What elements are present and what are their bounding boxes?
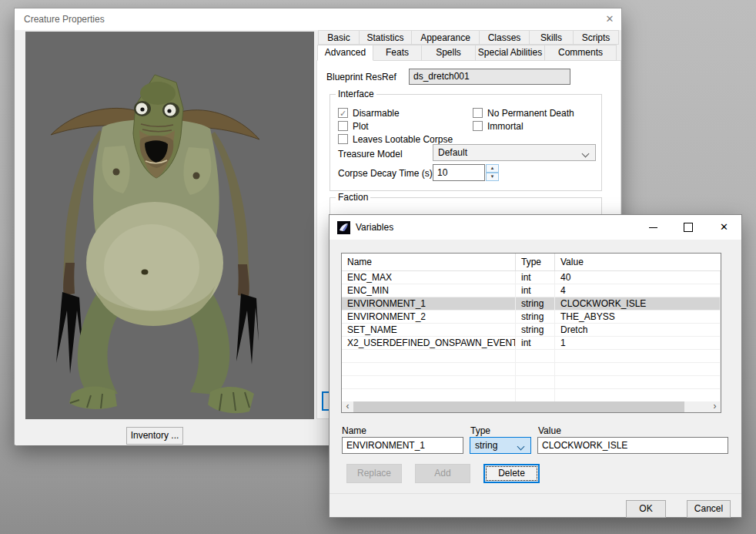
aurora-toolset-icon [337,221,350,234]
type-dropdown[interactable]: string [470,437,531,454]
scroll-left-icon[interactable]: ‹ [342,401,353,412]
cancel-button[interactable]: Cancel [687,500,731,518]
cell-type [516,363,555,375]
corpse-decay-label: Corpse Decay Time (s) [338,168,433,179]
treasure-model-label: Treasure Model [338,149,403,160]
replace-button[interactable]: Replace [346,464,402,483]
cell-name: ENVIRONMENT_2 [342,311,516,323]
table-row[interactable]: SET_NAMEstringDretch [342,324,721,337]
checkbox-box[interactable] [473,108,483,118]
table-row[interactable]: X2_USERDEFINED_ONSPAWN_EVENTSint1 [342,337,721,350]
cell-type: string [516,324,555,336]
inventory-button[interactable]: Inventory ... [126,427,183,445]
tab-special-abilities[interactable]: Special Abilities [476,45,545,61]
close-button[interactable]: ✕ [707,215,741,240]
add-button[interactable]: Add [415,464,470,483]
tab-skills[interactable]: Skills [530,30,574,45]
table-row[interactable]: ENC_MINint4 [342,284,721,297]
column-header-name[interactable]: Name [342,254,516,270]
blueprint-resref-field[interactable]: ds_dretch001 [409,69,570,85]
checkbox-box[interactable]: ✓ [338,108,348,118]
checkbox-label: Plot [353,121,369,132]
cell-type [516,350,555,362]
variables-window: Variables ✕ Name Type Value ENC_MAXint40… [329,214,742,518]
tab-spells[interactable]: Spells [422,45,476,61]
table-row-empty [342,376,721,389]
name-input[interactable]: ENVIRONMENT_1 [342,437,463,454]
scroll-right-icon[interactable]: › [709,401,721,412]
tab-classes[interactable]: Classes [480,30,530,45]
cell-value: CLOCKWORK_ISLE [555,297,721,310]
cell-name [342,363,516,375]
tab-statistics[interactable]: Statistics [360,30,412,45]
tab-comments[interactable]: Comments [545,45,617,61]
tab-advanced[interactable]: Advanced [317,45,373,61]
checkbox-box[interactable] [473,121,483,131]
checkbox-immortal[interactable]: Immortal [473,119,574,133]
column-header-type[interactable]: Type [516,254,555,270]
close-icon[interactable]: ✕ [603,12,617,26]
name-field-label: Name [342,425,366,436]
cell-type: int [516,271,555,284]
delete-button[interactable]: Delete [483,464,540,483]
checkbox-disarmable[interactable]: ✓Disarmable [338,106,453,119]
type-value: string [475,440,497,451]
cell-name: ENC_MIN [342,284,516,297]
tab-row-2: AdvancedFeatsSpellsSpecial AbilitiesComm… [317,45,617,61]
table-row[interactable]: ENVIRONMENT_2stringTHE_ABYSS [342,311,721,324]
cell-name: ENVIRONMENT_1 [342,297,516,310]
footer-separator [329,493,741,494]
cell-value: Dretch [555,324,721,336]
checkbox-no-permanent-death[interactable]: No Permanent Death [473,106,574,119]
cell-type [516,389,555,401]
table-row[interactable]: ENVIRONMENT_1stringCLOCKWORK_ISLE [342,297,721,311]
minimize-button[interactable] [636,215,671,240]
interface-group-label: Interface [336,89,376,99]
ok-button[interactable]: OK [626,500,666,518]
checkbox-label: No Permanent Death [487,108,574,119]
spin-up-icon[interactable]: ▲ [486,164,499,173]
maximize-icon [684,223,693,232]
cell-type [516,376,555,388]
treasure-model-dropdown[interactable]: Default [433,144,596,161]
cell-value [555,389,721,401]
checkbox-box[interactable] [338,134,348,144]
dretch-creature-image [25,32,314,419]
checkbox-box[interactable] [338,121,348,131]
tab-feats[interactable]: Feats [373,45,422,61]
tab-row-1: BasicStatisticsAppearanceClassesSkillsSc… [318,30,619,45]
column-header-value[interactable]: Value [555,254,721,270]
table-row-empty [342,350,721,363]
checkbox-plot[interactable]: Plot [338,119,453,133]
chevron-down-icon [583,151,589,157]
value-field-label: Value [538,425,561,436]
table-row-empty [342,389,721,402]
cell-value: 40 [555,271,721,284]
corpse-decay-spinner: ▲ ▼ [486,164,499,181]
value-input[interactable]: CLOCKWORK_ISLE [537,437,728,454]
tab-appearance[interactable]: Appearance [412,30,480,45]
scrollbar-thumb[interactable] [353,401,684,412]
tab-basic[interactable]: Basic [318,30,360,45]
corpse-decay-input[interactable]: 10 [433,164,485,181]
creature-model-preview[interactable] [25,32,314,419]
table-row[interactable]: ENC_MAXint40 [342,271,721,284]
cell-value [555,350,721,362]
cell-name [342,350,516,362]
window-title: Variables [356,222,393,233]
cell-name [342,389,516,401]
maximize-button[interactable] [671,215,706,240]
chevron-down-icon [518,444,524,450]
horizontal-scrollbar[interactable]: ‹ › [342,401,721,412]
spin-down-icon[interactable]: ▼ [486,173,499,181]
tab-scripts[interactable]: Scripts [574,30,619,45]
variables-titlebar[interactable]: Variables ✕ [329,215,741,240]
type-field-label: Type [470,425,490,436]
interface-groupbox: Interface ✓DisarmablePlotLeaves Lootable… [329,94,602,191]
cell-name: ENC_MAX [342,271,516,284]
variables-table[interactable]: Name Type Value ENC_MAXint40ENC_MINint4E… [341,253,721,413]
checkbox-col-2: No Permanent DeathImmortal [473,106,574,133]
creature-properties-titlebar[interactable]: Creature Properties ✕ [15,8,621,30]
cell-type: int [516,337,555,349]
checkbox-label: Immortal [487,121,524,132]
